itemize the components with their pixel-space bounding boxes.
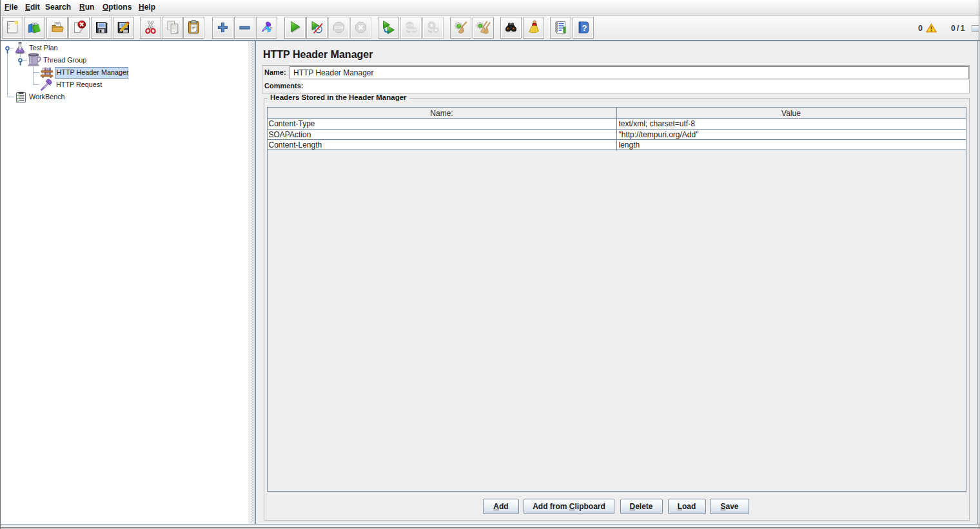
svg-text:?: ?: [582, 23, 587, 33]
svg-text:STOP: STOP: [407, 24, 413, 27]
svg-text:STOP: STOP: [411, 29, 416, 32]
svg-text:STOP: STOP: [335, 26, 344, 30]
